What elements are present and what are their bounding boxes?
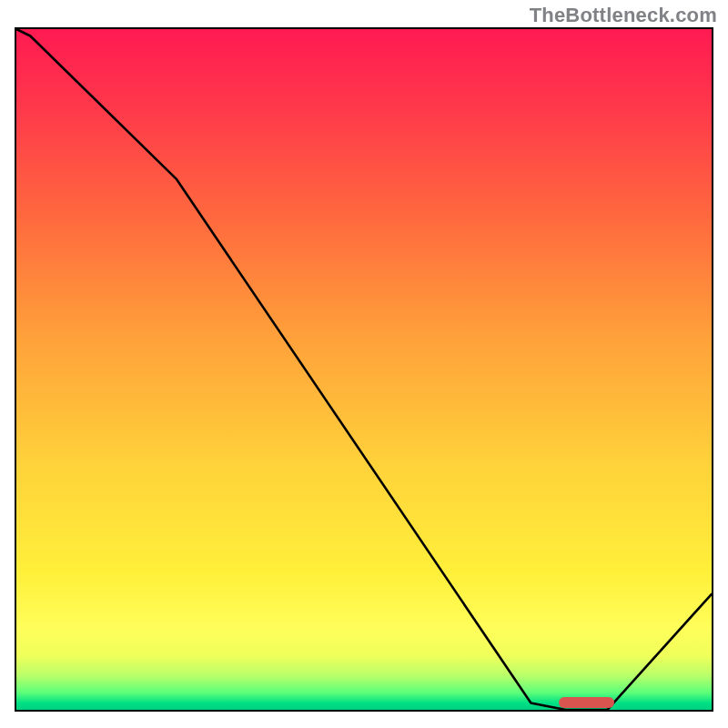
chart-container: TheBottleneck.com xyxy=(0,0,728,728)
optimum-marker xyxy=(559,697,614,708)
plot-area xyxy=(15,27,713,712)
watermark-text: TheBottleneck.com xyxy=(530,4,717,27)
bottleneck-curve xyxy=(16,29,712,710)
